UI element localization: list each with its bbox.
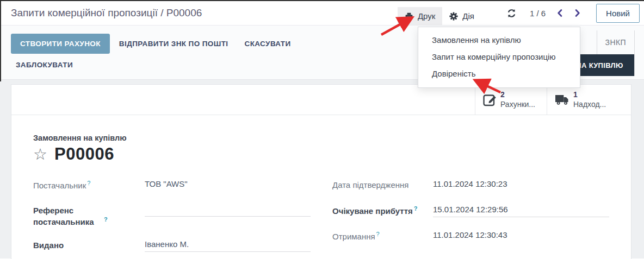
receipts-stat-text: 1 Надход... <box>573 90 606 109</box>
refresh-button[interactable] <box>506 8 517 18</box>
confirmation-date-value: 11.01.2024 12:30:23 <box>433 178 609 191</box>
field-supplier: Постачальник? ТОВ "AWS" <box>33 178 311 193</box>
favorite-star-icon[interactable]: ☆ <box>33 147 47 162</box>
fields-column-left: Постачальник? ТОВ "AWS" Референс постача… <box>33 178 311 259</box>
expected-arrival-label: Очікуване прибуття? <box>332 204 433 217</box>
lock-button[interactable]: ЗАБЛОКУВАТИ <box>11 55 80 75</box>
purchase-order-page: Запити комерційної пропозиції / P00006 Д… <box>0 0 644 259</box>
create-bill-button[interactable]: СТВОРИТИ РАХУНОК <box>11 34 110 54</box>
vendor-reference-input[interactable] <box>145 204 311 217</box>
help-icon[interactable]: ? <box>87 180 90 186</box>
invoices-label: Рахунки... <box>500 100 535 110</box>
action-button-label: Дія <box>462 11 474 21</box>
print-dropdown-menu: Замовлення на купівлю Запит на комерційн… <box>418 27 580 88</box>
menu-item-power-of-attorney[interactable]: Довіреність <box>418 65 580 82</box>
invoices-stat-text: 2 Рахунки... <box>500 90 535 109</box>
field-confirmation-date: Дата підтвердження 11.01.2024 12:30:23 <box>332 178 609 193</box>
supplier-value[interactable]: ТОВ "AWS" <box>145 178 311 191</box>
invoices-stat-button[interactable]: 2 Рахунки... <box>475 85 547 115</box>
issued-by-input[interactable]: Іваненко М. <box>145 238 311 252</box>
refresh-icon <box>506 8 517 18</box>
help-icon[interactable]: ? <box>414 205 418 212</box>
pager[interactable]: 1 / 6 <box>530 9 546 18</box>
receipt-value: 11.01.2024 12:30:43 <box>433 229 609 242</box>
title-row: ☆ P00006 <box>33 144 609 164</box>
field-issued-by: Видано Іваненко М. <box>33 238 311 253</box>
action-button[interactable]: Дія <box>442 7 481 25</box>
field-vendor-reference: Референс постачальника? <box>33 204 311 228</box>
receipt-label: Отримання? <box>332 229 433 242</box>
print-button-label: Друк <box>418 11 435 21</box>
content-area: 2 Рахунки... <box>0 80 644 258</box>
printer-icon <box>405 12 413 21</box>
doc-type-label: Замовлення на купівлю <box>33 134 609 142</box>
send-rfq-email-button[interactable]: ВІДПРАВИТИ ЗНК ПО ПОШТІ <box>112 34 236 54</box>
truck-icon <box>554 93 570 106</box>
help-icon[interactable]: ? <box>104 216 108 223</box>
print-button[interactable]: Друк <box>398 7 442 25</box>
chevron-left-icon <box>556 9 564 17</box>
control-panel-right: Друк <box>398 1 640 25</box>
field-receipt: Отримання? 11.01.2024 12:30:43 <box>332 229 609 244</box>
sheet-body: Замовлення на купівлю ☆ P00006 Постачаль… <box>11 115 631 259</box>
stat-button-bar: 2 Рахунки... <box>11 85 631 115</box>
breadcrumb[interactable]: Запити комерційної пропозиції / P00006 <box>11 7 202 19</box>
statusbar-step-rfq[interactable]: ЗНКП <box>597 30 634 54</box>
help-icon[interactable]: ? <box>376 231 380 237</box>
receipts-count: 1 <box>573 90 606 100</box>
field-expected-arrival: Очікуване прибуття? 15.01.2024 12:29:56 <box>332 204 609 218</box>
confirmation-date-label: Дата підтвердження <box>332 178 433 191</box>
pencil-square-icon <box>482 92 497 107</box>
form-sheet: 2 Рахунки... <box>11 84 631 259</box>
menu-item-rfq[interactable]: Запит на комерційну пропозицію <box>418 48 580 65</box>
fields-column-right: Дата підтвердження 11.01.2024 12:30:23 О… <box>332 178 609 259</box>
previous-record-button[interactable] <box>556 9 564 17</box>
expected-arrival-input[interactable]: 15.01.2024 12:29:56 <box>433 204 609 217</box>
pager-nav <box>556 9 581 17</box>
new-record-button[interactable]: Новий <box>596 4 640 23</box>
receipts-label: Надход... <box>573 100 606 110</box>
receipts-stat-button[interactable]: 1 Надход... <box>547 85 631 115</box>
control-panel: Запити комерційної пропозиції / P00006 Д… <box>0 1 644 26</box>
invoices-count: 2 <box>500 90 535 100</box>
supplier-label: Постачальник? <box>33 178 145 191</box>
cancel-button[interactable]: СКАСУВАТИ <box>238 34 298 54</box>
gear-icon <box>449 12 458 21</box>
record-title: P00006 <box>54 144 114 164</box>
vendor-reference-label: Референс постачальника? <box>33 204 145 228</box>
issued-by-label: Видано <box>33 238 145 251</box>
menu-item-purchase-order[interactable]: Замовлення на купівлю <box>418 31 580 48</box>
form-fields: Постачальник? ТОВ "AWS" Референс постача… <box>33 178 609 259</box>
chevron-right-icon <box>573 9 581 17</box>
next-record-button[interactable] <box>573 9 581 17</box>
